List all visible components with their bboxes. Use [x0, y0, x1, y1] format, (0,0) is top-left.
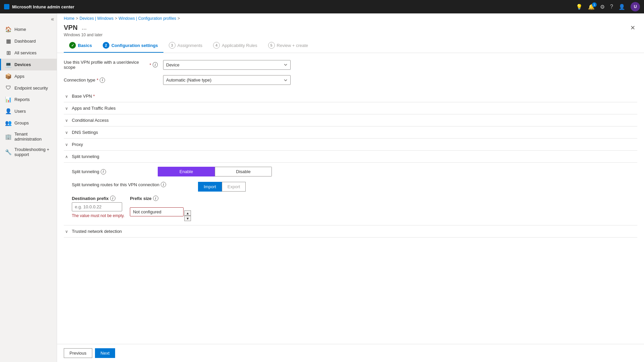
section-proxy[interactable]: ∨ Proxy: [64, 139, 637, 151]
breadcrumb: Home > Devices | Windows > Windows | Con…: [57, 13, 644, 21]
section-apps-traffic-label: Apps and Traffic Rules: [72, 106, 116, 111]
destination-prefix-error: The value must not be empty.: [72, 213, 125, 218]
collapse-sidebar-button[interactable]: «: [51, 16, 54, 22]
sidebar: « 🏠 Home ▦ Dashboard ⊞ All services 💻 De…: [0, 13, 57, 362]
ellipsis-button[interactable]: ...: [80, 23, 88, 32]
devices-icon: 💻: [5, 61, 12, 68]
users-icon: 👤: [5, 108, 12, 114]
import-button[interactable]: Import: [198, 182, 222, 192]
section-trusted-network-label: Trusted network detection: [72, 229, 122, 234]
tab-basics-circle: ✓: [69, 42, 76, 49]
prefix-size-input[interactable]: [130, 207, 184, 216]
toggle-disable-button[interactable]: Disable: [215, 167, 272, 176]
tab-basics-label: Basics: [78, 43, 92, 48]
tab-applicability[interactable]: 4 Applicability Rules: [208, 39, 263, 53]
sidebar-item-groups[interactable]: 👥 Groups: [0, 117, 57, 129]
spinner-down-button[interactable]: ▼: [184, 216, 191, 221]
prefix-size-info-icon[interactable]: i: [153, 196, 158, 201]
tabs: ✓ Basics 2 Configuration settings 3 Assi…: [57, 39, 644, 53]
scope-info-icon[interactable]: i: [153, 62, 158, 67]
close-button[interactable]: ✕: [628, 23, 637, 32]
portal-icon[interactable]: 👤: [618, 4, 625, 10]
split-tunneling-toggle: Enable Disable: [158, 167, 272, 176]
split-tunneling-info-icon[interactable]: i: [101, 169, 106, 174]
chevron-trusted-network: ∨: [64, 229, 69, 234]
next-button[interactable]: Next: [95, 348, 115, 358]
section-split-tunneling-header[interactable]: ∧ Split tunneling: [64, 151, 637, 163]
page-header: VPN ... Windows 10 and later ✕: [57, 21, 644, 39]
breadcrumb-home[interactable]: Home: [64, 16, 75, 21]
section-dns-settings[interactable]: ∨ DNS Settings: [64, 126, 637, 139]
previous-button[interactable]: Previous: [64, 348, 92, 358]
breadcrumb-config-profiles[interactable]: Windows | Configuration profiles: [118, 16, 176, 21]
split-tunneling-label: Split tunneling i: [72, 169, 152, 174]
import-export-buttons: Import Export: [198, 182, 246, 192]
notification-icon[interactable]: 🔔 1: [588, 4, 595, 10]
app-title: Microsoft Intune admin center: [12, 4, 573, 9]
tab-review[interactable]: 5 Review + create: [263, 39, 314, 53]
section-trusted-network[interactable]: ∨ Trusted network detection: [64, 225, 637, 238]
tab-config-circle: 2: [103, 42, 109, 49]
dashboard-icon: ▦: [5, 38, 12, 44]
toggle-enable-button[interactable]: Enable: [158, 167, 215, 176]
prefix-size-spinner: ▲ ▼: [184, 210, 191, 221]
notification-badge: 1: [592, 2, 597, 7]
sidebar-item-users[interactable]: 👤 Users: [0, 105, 57, 117]
connection-dropdown[interactable]: Automatic (Native type) IKEv2 L2TP PPTP …: [163, 75, 291, 85]
reports-icon: 📊: [5, 96, 12, 103]
tab-assignments-circle: 3: [169, 42, 176, 49]
section-apps-traffic[interactable]: ∨ Apps and Traffic Rules: [64, 102, 637, 114]
sidebar-item-troubleshooting[interactable]: 🔧 Troubleshooting + support: [0, 144, 57, 160]
section-base-vpn-label: Base VPN *: [72, 94, 95, 99]
scope-control: Device User: [163, 60, 291, 70]
destination-prefix-input[interactable]: [72, 202, 122, 211]
sidebar-item-reports[interactable]: 📊 Reports: [0, 94, 57, 105]
sidebar-item-label: Reports: [14, 97, 30, 102]
split-tunneling-content: Split tunneling i Enable Disable Split t…: [64, 163, 637, 225]
section-conditional-access[interactable]: ∨ Conditional Access: [64, 114, 637, 126]
tab-configuration[interactable]: 2 Configuration settings: [97, 39, 163, 53]
tab-applicability-circle: 4: [213, 42, 220, 49]
bottom-nav: Previous Next: [57, 344, 644, 362]
chevron-proxy: ∨: [64, 142, 69, 147]
split-tunneling-toggle-row: Split tunneling i Enable Disable: [72, 167, 637, 176]
connection-label: Connection type * i: [64, 77, 158, 83]
scope-row: Use this VPN profile with a user/device …: [64, 60, 637, 70]
feedback-icon[interactable]: 💡: [576, 4, 583, 10]
breadcrumb-devices-windows[interactable]: Devices | Windows: [80, 16, 113, 21]
sidebar-item-all-services[interactable]: ⊞ All services: [0, 47, 57, 59]
sidebar-item-endpoint-security[interactable]: 🛡 Endpoint security: [0, 82, 57, 94]
avatar[interactable]: U: [631, 2, 640, 11]
help-icon[interactable]: ?: [610, 4, 613, 10]
tab-assignments[interactable]: 3 Assignments: [163, 39, 208, 53]
settings-icon[interactable]: ⚙: [600, 4, 605, 10]
tab-basics[interactable]: ✓ Basics: [64, 39, 97, 53]
chevron-split-tunneling: ∧: [64, 154, 69, 159]
sidebar-item-devices[interactable]: 💻 Devices: [0, 59, 57, 70]
scope-dropdown[interactable]: Device User: [163, 60, 291, 70]
sidebar-item-label: Users: [14, 109, 26, 114]
destination-prefix-info-icon[interactable]: i: [110, 196, 115, 201]
section-conditional-access-label: Conditional Access: [72, 118, 109, 123]
sidebar-item-label: Devices: [14, 62, 31, 67]
tab-applicability-label: Applicability Rules: [222, 43, 257, 48]
prefix-row: Destination prefix i The value must not …: [72, 196, 637, 221]
prefix-size-label: Prefix size i: [130, 196, 191, 201]
connection-row: Connection type * i Automatic (Native ty…: [64, 75, 637, 85]
sidebar-item-apps[interactable]: 📦 Apps: [0, 70, 57, 82]
sidebar-item-dashboard[interactable]: ▦ Dashboard: [0, 35, 57, 47]
tenant-icon: 🏢: [5, 134, 12, 140]
topbar-icons: 💡 🔔 1 ⚙ ? 👤: [576, 4, 625, 10]
routes-info-icon[interactable]: i: [161, 182, 166, 187]
chevron-base-vpn: ∨: [64, 94, 69, 99]
tab-review-label: Review + create: [277, 43, 308, 48]
app-logo: [4, 4, 9, 9]
sidebar-item-label: Home: [14, 27, 26, 32]
sidebar-item-tenant-admin[interactable]: 🏢 Tenant administration: [0, 129, 57, 144]
section-base-vpn[interactable]: ∨ Base VPN *: [64, 90, 637, 102]
connection-info-icon[interactable]: i: [100, 77, 105, 83]
export-button[interactable]: Export: [222, 182, 246, 192]
sidebar-item-home[interactable]: 🏠 Home: [0, 23, 57, 35]
page-title: VPN: [64, 24, 78, 32]
spinner-up-button[interactable]: ▲: [184, 210, 191, 216]
